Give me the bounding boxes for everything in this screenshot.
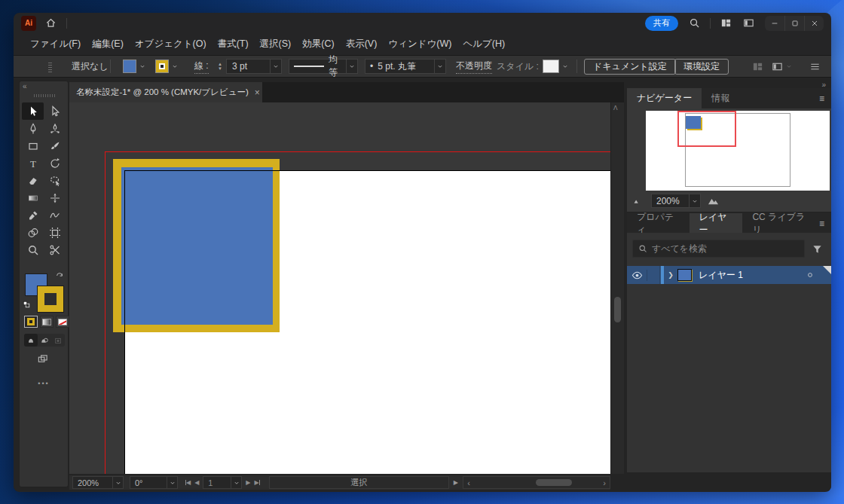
layers-search-field[interactable] — [632, 240, 805, 258]
selection-tool[interactable] — [22, 102, 44, 120]
zoom-tool[interactable] — [22, 241, 44, 258]
stroke-width-value[interactable]: 3 pt — [227, 61, 270, 72]
layers-panel-menu[interactable]: ≡ — [819, 218, 824, 229]
stroke-width-stepper[interactable]: ▲▼ — [218, 56, 222, 77]
navigator-preview[interactable] — [646, 111, 830, 191]
close-button[interactable] — [804, 16, 824, 31]
minimize-button[interactable] — [765, 16, 784, 31]
draw-behind-button[interactable] — [38, 334, 51, 347]
menu-item-8[interactable]: ヘルプ(H) — [463, 38, 505, 50]
stroke-color-swatch[interactable] — [155, 60, 169, 73]
shape-builder-tool[interactable] — [22, 224, 44, 241]
scroll-right-icon[interactable]: › — [599, 478, 610, 487]
layers-search-input[interactable] — [652, 243, 799, 254]
scroll-left-icon[interactable]: ‹ — [463, 478, 474, 487]
eraser-tool[interactable] — [22, 172, 44, 189]
stroke-proxy-swatch[interactable] — [38, 286, 63, 312]
artwork-rectangle[interactable] — [113, 159, 280, 332]
canvas-viewport[interactable] — [69, 102, 610, 474]
workspace-button[interactable] — [743, 17, 754, 29]
menu-item-5[interactable]: 効果(C) — [302, 38, 334, 50]
controlbar-grip[interactable] — [48, 56, 52, 77]
previous-artboard-button[interactable]: ◀ — [194, 479, 199, 486]
last-artboard-button[interactable]: ▶ — [254, 479, 259, 486]
lasso-tool[interactable] — [44, 172, 66, 189]
stroke-width-dropdown[interactable] — [270, 60, 281, 73]
controlbar-menu-button[interactable] — [809, 56, 821, 77]
stroke-color-dropdown[interactable] — [169, 60, 180, 73]
tools-grip[interactable] — [34, 94, 55, 97]
brush-value[interactable]: 5 pt. 丸筆 — [378, 60, 434, 73]
width-tool[interactable] — [44, 189, 66, 206]
vertical-scrollbar-thumb[interactable] — [614, 297, 621, 322]
menu-item-2[interactable]: オブジェクト(O) — [135, 38, 206, 50]
swap-fill-stroke-icon[interactable] — [55, 271, 64, 280]
draw-inside-button[interactable] — [51, 334, 65, 347]
menu-item-3[interactable]: 書式(T) — [218, 38, 249, 50]
brush-dropdown[interactable] — [434, 60, 445, 73]
menu-item-1[interactable]: 編集(E) — [92, 38, 124, 50]
collapse-tools-icon[interactable]: « — [23, 82, 27, 90]
default-fill-stroke-icon[interactable] — [22, 300, 31, 309]
horizontal-scrollbar[interactable]: ‹ › — [463, 476, 610, 489]
menu-item-0[interactable]: ファイル(F) — [30, 38, 81, 50]
layer-thumbnail[interactable] — [677, 269, 692, 281]
search-button[interactable] — [689, 17, 700, 29]
maximize-button[interactable] — [784, 16, 804, 31]
document-setup-button[interactable]: ドキュメント設定 — [584, 59, 676, 75]
status-flyout-icon[interactable]: ▶ — [454, 479, 458, 486]
eyedropper-tool[interactable] — [22, 206, 44, 224]
first-artboard-button[interactable]: ◀ — [185, 479, 191, 486]
arrange-documents-button[interactable] — [720, 17, 732, 29]
zoom-out-icon[interactable] — [633, 197, 642, 206]
fill-color-swatch[interactable] — [123, 60, 136, 73]
opacity-label[interactable]: 不透明度 — [456, 56, 492, 77]
gradient-tool[interactable] — [22, 189, 44, 206]
navigator-zoom-dropdown[interactable] — [689, 194, 700, 207]
layer-visibility-toggle[interactable] — [627, 270, 647, 281]
none-button[interactable] — [56, 316, 69, 328]
layer-target-icon[interactable] — [806, 270, 815, 279]
fill-color-dropdown[interactable] — [136, 60, 148, 73]
rotate-tool[interactable] — [44, 154, 66, 172]
preferences-button[interactable]: 環境設定 — [674, 59, 729, 75]
layer-expand-icon[interactable]: ❯ — [664, 271, 677, 279]
home-button[interactable] — [45, 17, 57, 29]
direct-selection-tool[interactable] — [44, 102, 66, 120]
curvature-tool[interactable] — [44, 120, 66, 137]
style-swatch[interactable] — [543, 60, 559, 73]
tab-info[interactable]: 情報 — [702, 88, 739, 108]
artboard-number-control[interactable]: 1 — [203, 476, 242, 489]
tab-layers[interactable]: レイヤー — [690, 213, 743, 234]
layers-filter-button[interactable] — [808, 240, 826, 258]
rectangle-tool[interactable] — [22, 137, 44, 154]
tab-navigator[interactable]: ナビゲーター — [627, 88, 702, 108]
color-button[interactable] — [24, 316, 38, 328]
document-tab[interactable]: 名称未設定-1* @ 200 % (CMYK/プレビュー) × — [69, 82, 262, 102]
edit-toolbar-button[interactable]: ••• — [20, 380, 68, 387]
menu-item-4[interactable]: 選択(S) — [260, 38, 292, 50]
zoom-in-icon[interactable] — [708, 195, 719, 206]
artboard-tool[interactable] — [44, 224, 66, 241]
variable-width-value[interactable]: 均等 — [329, 53, 346, 79]
illustrator-logo[interactable]: Ai — [21, 16, 36, 31]
pen-tool[interactable] — [22, 120, 44, 137]
layer-lock-cell[interactable] — [647, 266, 660, 284]
zoom-control[interactable]: 200% — [72, 476, 124, 489]
artboard-dropdown[interactable] — [231, 477, 241, 488]
style-dropdown[interactable] — [559, 60, 570, 73]
tab-properties[interactable]: プロパティ — [627, 213, 690, 234]
navigator-view-proxy[interactable] — [677, 111, 736, 147]
next-artboard-button[interactable]: ▶ — [246, 479, 250, 486]
layer-name[interactable]: レイヤー 1 — [699, 269, 743, 282]
rotation-dropdown[interactable] — [167, 477, 177, 488]
close-tab-icon[interactable]: × — [255, 87, 260, 98]
navigator-panel-menu[interactable]: ≡ — [819, 93, 824, 104]
horizontal-scrollbar-thumb[interactable] — [536, 479, 572, 486]
gradient-button[interactable] — [40, 316, 54, 328]
screen-mode-button[interactable] — [37, 353, 48, 365]
workspace-switcher[interactable] — [772, 56, 794, 77]
zoom-dropdown[interactable] — [112, 477, 123, 488]
rotation-control[interactable]: 0° — [130, 476, 178, 489]
scissors-tool[interactable] — [44, 241, 66, 258]
